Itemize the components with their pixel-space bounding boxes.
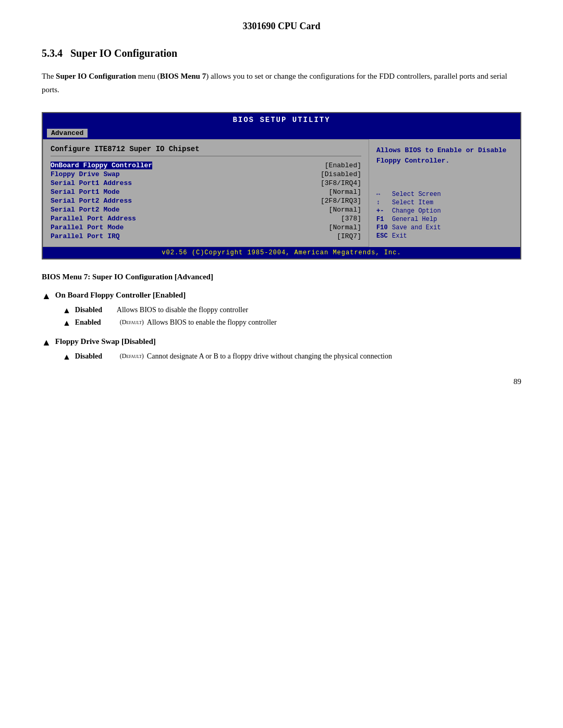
bios-left-header: Configure ITE8712 Super IO Chipset [51,145,361,156]
section-title: 5.3.4 Super IO Configuration [42,47,521,59]
bios-menu-row[interactable]: Parallel Port Address[378] [51,215,361,223]
section-name: Super IO Configuration [70,47,177,59]
option-groups-container: ▲On Board Floppy Controller [Enabled] ▲ … [42,291,521,362]
menu-item-label: Serial Port1 Mode [51,188,120,196]
key-description: Select Item [392,199,513,206]
sub-option-row: ▲ Disabled (Default) Cannot designate A … [63,352,521,362]
key-row: ↔Select Screen [376,191,513,198]
option-group-header: ▲On Board Floppy Controller [Enabled] [42,291,521,302]
menu-item-value: [Normal] [329,224,361,231]
menu-item-value: [378] [341,215,361,223]
menu-item-label: Serial Port2 Address [51,197,132,205]
menu-item-label: Parallel Port Mode [51,224,124,231]
menu-item-value: [3F8/IRQ4] [321,179,361,187]
key-symbol: F1 [376,216,392,223]
bios-left-panel: Configure ITE8712 Super IO Chipset OnBoa… [43,139,369,247]
key-description: Change Option [392,207,513,215]
sub-option-label: Disabled [75,306,117,314]
bios-menu-row[interactable]: OnBoard Floppy Controller[Enabled] [51,162,361,169]
key-description: General Help [392,216,513,223]
sub-option-row: ▲ Disabled Allows BIOS to disable the fl… [63,306,521,315]
menu-item-label: Parallel Port IRQ [51,232,120,240]
bios-utility-box: BIOS SETUP UTILITY Advanced Configure IT… [42,112,521,260]
key-row: +-Change Option [376,207,513,215]
menu-item-value: [Normal] [329,206,361,214]
key-symbol: F10 [376,224,392,231]
sub-option-description: Cannot designate A or B to a floppy driv… [147,352,521,361]
key-row: ↕Select Item [376,199,513,206]
key-description: Select Screen [392,191,513,198]
sub-option-default: (Default) [120,352,144,360]
sub-bullet-icon: ▲ [63,306,71,315]
bios-menu-row[interactable]: Serial Port1 Address[3F8/IRQ4] [51,179,361,187]
bios-tab-advanced[interactable]: Advanced [47,129,88,138]
section-number: 5.3.4 [42,47,63,59]
menu-item-label: OnBoard Floppy Controller [51,162,152,169]
menu-item-value: [IRQ7] [337,232,361,240]
menu-item-value: [Normal] [329,188,361,196]
option-header-label: Floppy Drive Swap [Disabled] [55,337,156,346]
menu-item-value: [Disabled] [321,170,361,178]
sub-option-default: (Default) [120,318,144,326]
option-header-label: On Board Floppy Controller [Enabled] [55,291,186,300]
key-symbol: ESC [376,232,392,240]
sub-bullet-icon: ▲ [63,352,71,362]
menu-item-label: Parallel Port Address [51,215,136,223]
key-symbol: ↕ [376,199,392,206]
bios-menu-label: BIOS Menu 7: Super IO Configuration [Adv… [42,273,521,281]
menu-item-value: [2F8/IRQ3] [321,197,361,205]
sub-option-label: Enabled [75,318,117,327]
bullet-icon: ▲ [42,291,51,302]
sub-bullet-icon: ▲ [63,318,71,328]
menu-item-label: Floppy Drive Swap [51,170,120,178]
bios-title-bar: BIOS SETUP UTILITY [43,113,520,127]
bios-key-legend: ↔Select Screen↕Select Item+-Change Optio… [376,191,513,241]
document-title: 3301690 CPU Card [243,21,321,31]
bios-menu-row[interactable]: Parallel Port IRQ[IRQ7] [51,232,361,240]
bios-menu-row[interactable]: Serial Port1 Mode[Normal] [51,188,361,196]
key-row: F10Save and Exit [376,224,513,231]
option-group-floppy-drive-swap: ▲Floppy Drive Swap [Disabled] ▲ Disabled… [42,337,521,362]
sub-option-description: Allows BIOS to disable the floppy contro… [117,306,521,314]
sub-option-description: Allows BIOS to enable the floppy control… [147,318,521,327]
key-symbol: ↔ [376,191,392,198]
option-group-header: ▲Floppy Drive Swap [Disabled] [42,337,521,348]
key-description: Exit [392,232,513,240]
bios-menu-row[interactable]: Parallel Port Mode[Normal] [51,224,361,231]
key-row: ESCExit [376,232,513,240]
bios-tab-bar: Advanced [43,127,520,139]
bios-menu-row[interactable]: Serial Port2 Address[2F8/IRQ3] [51,197,361,205]
bios-content-area: Configure ITE8712 Super IO Chipset OnBoa… [43,139,520,247]
page-number: 89 [42,377,521,386]
bios-menu-row[interactable]: Serial Port2 Mode[Normal] [51,206,361,214]
key-description: Save and Exit [392,224,513,231]
bios-help-text: Allows BIOS to Enable or Disable Floppy … [376,145,513,166]
bios-menu-list: OnBoard Floppy Controller[Enabled]Floppy… [51,162,361,240]
bios-right-panel: Allows BIOS to Enable or Disable Floppy … [369,139,520,247]
sub-option-label: Disabled [75,352,117,361]
intro-paragraph: The Super IO Configuration menu (BIOS Me… [42,70,521,96]
sub-option-row: ▲ Enabled (Default) Allows BIOS to enabl… [63,318,521,328]
bios-menu-row[interactable]: Floppy Drive Swap[Disabled] [51,170,361,178]
menu-item-value: [Enabled] [325,162,361,169]
option-group-onboard-floppy: ▲On Board Floppy Controller [Enabled] ▲ … [42,291,521,328]
key-symbol: +- [376,207,392,215]
bullet-icon: ▲ [42,337,51,348]
bios-footer: v02.56 (C)Copyright 1985-2004, American … [43,247,520,258]
menu-item-label: Serial Port1 Address [51,179,132,187]
page-header: 3301690 CPU Card [42,21,521,32]
key-row: F1General Help [376,216,513,223]
menu-item-label: Serial Port2 Mode [51,206,120,214]
